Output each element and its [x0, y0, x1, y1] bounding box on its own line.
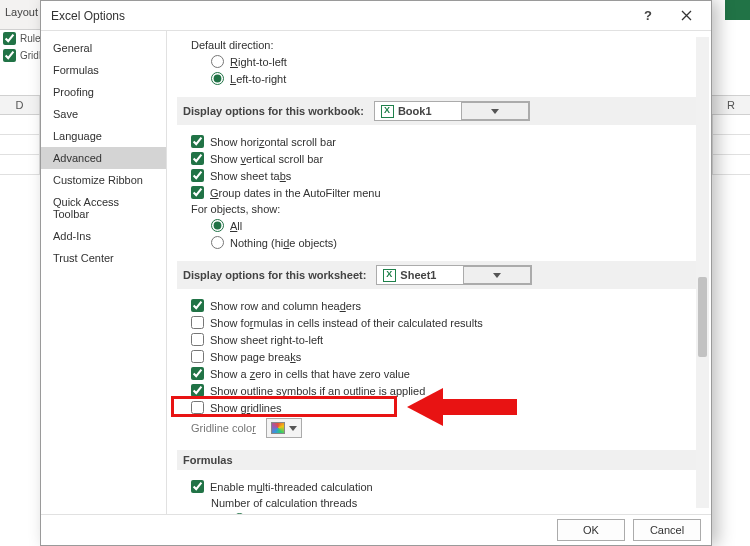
direction-rtl-radio[interactable] — [211, 55, 224, 68]
close-icon — [681, 10, 692, 21]
workbook-combo[interactable]: Book1 — [374, 101, 530, 121]
chevron-down-icon — [493, 273, 501, 278]
help-button[interactable]: ? — [629, 1, 667, 31]
options-content: Default direction: Right-to-left Left-to… — [167, 31, 711, 514]
worksheet-combo-dropdown[interactable] — [463, 266, 531, 284]
zero-values-checkbox[interactable] — [191, 367, 204, 380]
options-sidebar: General Formulas Proofing Save Language … — [41, 31, 167, 514]
dialog-title: Excel Options — [51, 9, 125, 23]
show-sheet-tabs-checkbox[interactable] — [191, 169, 204, 182]
workbook-combo-value: Book1 — [398, 105, 432, 117]
show-vscrollbar-label: Show vertical scroll bar — [210, 153, 323, 165]
close-button[interactable] — [667, 1, 705, 31]
worksheet-combo-value: Sheet1 — [400, 269, 436, 281]
zero-values-label: Show a zero in cells that have zero valu… — [210, 368, 410, 380]
show-gridlines-checkbox[interactable] — [191, 401, 204, 414]
for-objects-label: For objects, show: — [177, 201, 697, 217]
use-all-processors-label: Use all processors on this computer: — [252, 514, 430, 515]
color-swatch-icon — [271, 422, 285, 434]
use-all-processors-radio[interactable] — [233, 513, 246, 514]
sidebar-item-advanced[interactable]: Advanced — [41, 147, 166, 169]
cancel-button[interactable]: Cancel — [633, 519, 701, 541]
content-vertical-scrollbar[interactable] — [696, 37, 709, 508]
sidebar-item-customize-ribbon[interactable]: Customize Ribbon — [41, 169, 166, 191]
excel-icon — [383, 269, 396, 282]
gridline-checkbox[interactable] — [3, 49, 16, 62]
chevron-down-icon — [491, 109, 499, 114]
direction-ltr-label: Left-to-right — [230, 73, 286, 85]
worksheet-combo[interactable]: Sheet1 — [376, 265, 532, 285]
group-dates-label: Group dates in the AutoFilter menu — [210, 187, 381, 199]
sidebar-item-general[interactable]: General — [41, 37, 166, 59]
display-worksheet-label: Display options for this worksheet: — [183, 269, 366, 281]
gridline-color-picker[interactable] — [266, 418, 302, 438]
show-hscrollbar-label: Show horizontal scroll bar — [210, 136, 336, 148]
sidebar-item-formulas[interactable]: Formulas — [41, 59, 166, 81]
formulas-section: Formulas — [177, 450, 697, 470]
sheet-rtl-checkbox[interactable] — [191, 333, 204, 346]
objects-all-radio[interactable] — [211, 219, 224, 232]
sheet-rtl-label: Show sheet right-to-left — [210, 334, 323, 346]
sidebar-item-proofing[interactable]: Proofing — [41, 81, 166, 103]
excel-icon — [381, 105, 394, 118]
page-breaks-checkbox[interactable] — [191, 350, 204, 363]
multithread-label: Enable multi-threaded calculation — [210, 481, 373, 493]
dialog-footer: OK Cancel — [41, 515, 711, 545]
chevron-down-icon — [289, 426, 297, 431]
ok-button[interactable]: OK — [557, 519, 625, 541]
sidebar-item-save[interactable]: Save — [41, 103, 166, 125]
objects-nothing-label: Nothing (hide objects) — [230, 237, 337, 249]
outline-symbols-checkbox[interactable] — [191, 384, 204, 397]
ruler-checkbox[interactable] — [3, 32, 16, 45]
show-formulas-label: Show formulas in cells instead of their … — [210, 317, 483, 329]
row-col-headers-label: Show row and column headers — [210, 300, 361, 312]
direction-ltr-radio[interactable] — [211, 72, 224, 85]
gridline-color-label: Gridline color — [191, 422, 256, 434]
sidebar-item-language[interactable]: Language — [41, 125, 166, 147]
group-dates-checkbox[interactable] — [191, 186, 204, 199]
display-worksheet-section: Display options for this worksheet: Shee… — [177, 261, 697, 289]
view-options-group: Ruler Gridline — [0, 30, 40, 70]
display-workbook-label: Display options for this workbook: — [183, 105, 364, 117]
col-header[interactable]: R — [712, 95, 750, 115]
multithread-checkbox[interactable] — [191, 480, 204, 493]
sidebar-item-trust-center[interactable]: Trust Center — [41, 247, 166, 269]
row-col-headers-checkbox[interactable] — [191, 299, 204, 312]
show-sheet-tabs-label: Show sheet tabs — [210, 170, 291, 182]
show-vscrollbar-checkbox[interactable] — [191, 152, 204, 165]
workbook-combo-dropdown[interactable] — [461, 102, 529, 120]
ribbon-accent — [725, 0, 750, 20]
direction-rtl-label: Right-to-left — [230, 56, 287, 68]
calc-threads-label: Number of calculation threads — [177, 495, 697, 511]
excel-options-dialog: Excel Options ? General Formulas Proofin… — [40, 0, 712, 546]
sidebar-item-quick-access-toolbar[interactable]: Quick Access Toolbar — [41, 191, 166, 225]
sidebar-item-add-ins[interactable]: Add-Ins — [41, 225, 166, 247]
show-hscrollbar-checkbox[interactable] — [191, 135, 204, 148]
col-header[interactable]: D — [0, 96, 40, 114]
scrollbar-thumb[interactable] — [698, 277, 707, 357]
outline-symbols-label: Show outline symbols if an outline is ap… — [210, 385, 425, 397]
processor-count: 4 — [448, 514, 454, 515]
objects-all-label: All — [230, 220, 242, 232]
show-formulas-checkbox[interactable] — [191, 316, 204, 329]
display-workbook-section: Display options for this workbook: Book1 — [177, 97, 697, 125]
ribbon-tab-layout: Layout — [0, 0, 40, 30]
show-gridlines-label: Show gridlines — [210, 402, 282, 414]
default-direction-label: Default direction: — [177, 37, 697, 53]
dialog-titlebar: Excel Options ? — [41, 1, 711, 31]
page-breaks-label: Show page breaks — [210, 351, 301, 363]
objects-nothing-radio[interactable] — [211, 236, 224, 249]
